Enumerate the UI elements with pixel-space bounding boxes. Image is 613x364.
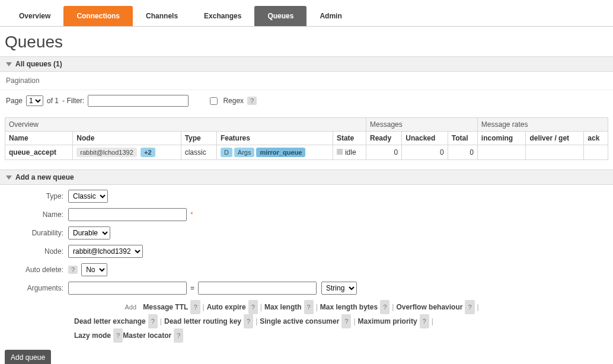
filter-input[interactable] xyxy=(88,95,189,107)
cell-type: classic xyxy=(181,145,216,160)
separator: | xyxy=(256,317,257,325)
th-group-rates: Message rates xyxy=(477,118,608,132)
th-ready[interactable]: Ready xyxy=(366,132,402,145)
help-icon[interactable]: ? xyxy=(244,314,253,328)
th-unacked[interactable]: Unacked xyxy=(402,132,448,145)
argument-value-input[interactable] xyxy=(198,282,317,295)
th-group-messages: Messages xyxy=(366,118,478,132)
tab-queues[interactable]: Queues xyxy=(254,6,306,26)
arg-shortcut-master-locator[interactable]: Master locator xyxy=(123,331,171,340)
section-add-queue[interactable]: Add a new queue xyxy=(0,170,613,185)
durability-label: Durability: xyxy=(6,229,68,237)
arg-shortcut-dead-letter-routing-key[interactable]: Dead letter routing key xyxy=(164,317,241,325)
th-name[interactable]: Name xyxy=(5,132,73,145)
arg-shortcut-dead-letter-exchange[interactable]: Dead letter exchange xyxy=(74,317,146,325)
auto-delete-label: Auto delete: xyxy=(6,266,68,274)
regex-help[interactable]: ? xyxy=(247,97,257,105)
help-icon[interactable]: ? xyxy=(304,300,314,314)
tab-overview[interactable]: Overview xyxy=(6,6,63,26)
th-state[interactable]: State xyxy=(333,132,366,145)
help-icon[interactable]: ? xyxy=(174,328,183,343)
add-hint: Add xyxy=(74,301,136,314)
th-group-overview: Overview xyxy=(5,118,366,132)
durability-select[interactable]: Durable xyxy=(68,226,110,240)
name-input[interactable] xyxy=(68,208,187,221)
auto-delete-select[interactable]: No xyxy=(81,263,107,276)
arg-shortcut-message-ttl[interactable]: Message TTL xyxy=(143,303,188,311)
node-select[interactable]: rabbit@lchod1392 xyxy=(68,245,143,258)
tab-admin[interactable]: Admin xyxy=(306,6,355,26)
argument-shortcuts: Add Message TTL?|Auto expire?|Max length… xyxy=(74,300,607,343)
filter-label: - Filter: xyxy=(62,97,84,105)
add-queue-button[interactable]: Add queue xyxy=(5,350,51,364)
cell-features: DArgsmirror_queue xyxy=(216,145,333,160)
cell-deliver-get xyxy=(526,145,584,160)
arg-shortcut-max-length-bytes[interactable]: Max length bytes xyxy=(320,303,378,311)
cell-node: rabbit@lchod1392 +2 xyxy=(73,145,181,160)
th-type[interactable]: Type xyxy=(181,132,216,145)
section-all-queues[interactable]: All queues (1) xyxy=(0,56,613,72)
regex-checkbox[interactable] xyxy=(210,97,218,105)
separator: | xyxy=(392,303,394,311)
pagination-controls: Page 1 of 1 - Filter: Regex ? xyxy=(0,90,613,115)
th-deliver-get[interactable]: deliver / get xyxy=(526,132,584,145)
th-ack[interactable]: ack xyxy=(584,132,608,145)
chevron-down-icon xyxy=(6,62,12,66)
chevron-down-icon xyxy=(6,175,12,180)
auto-delete-help[interactable]: ? xyxy=(68,266,78,274)
node-label: Node: xyxy=(6,247,68,256)
argument-type-select[interactable]: String xyxy=(321,282,357,295)
cell-unacked: 0 xyxy=(402,145,448,160)
cell-ready: 0 xyxy=(366,145,402,160)
arg-shortcut-auto-expire[interactable]: Auto expire xyxy=(207,303,246,311)
required-marker: * xyxy=(190,210,193,219)
cell-state: idle xyxy=(333,145,366,160)
help-icon[interactable]: ? xyxy=(380,300,389,314)
queues-table: Overview Messages Message rates NameNode… xyxy=(5,117,608,160)
table-row[interactable]: queue_acceptrabbit@lchod1392 +2classicDA… xyxy=(5,145,608,160)
regex-label: Regex xyxy=(223,97,244,105)
page-select[interactable]: 1 xyxy=(26,95,43,106)
page-of-total: of 1 xyxy=(47,97,59,105)
pagination-heading: Pagination xyxy=(0,72,613,90)
section-add-queue-label: Add a new queue xyxy=(15,173,74,181)
th-total[interactable]: Total xyxy=(448,132,477,145)
arg-shortcut-overflow-behaviour[interactable]: Overflow behaviour xyxy=(396,303,462,311)
cell-total: 0 xyxy=(448,145,477,160)
type-label: Type: xyxy=(6,192,68,200)
argument-key-input[interactable] xyxy=(68,282,187,295)
cell-incoming xyxy=(477,145,526,160)
arg-shortcut-single-active-consumer[interactable]: Single active consumer xyxy=(260,317,339,325)
arg-shortcut-maximum-priority[interactable]: Maximum priority xyxy=(358,317,417,325)
tab-connections[interactable]: Connections xyxy=(63,6,133,26)
help-icon[interactable]: ? xyxy=(341,314,351,328)
section-all-queues-label: All queues (1) xyxy=(15,60,62,68)
help-icon[interactable]: ? xyxy=(465,300,474,314)
arg-shortcut-lazy-mode[interactable]: Lazy mode xyxy=(74,331,111,340)
arg-shortcut-max-length[interactable]: Max length xyxy=(264,303,302,311)
th-incoming[interactable]: incoming xyxy=(477,132,526,145)
cell-ack xyxy=(584,145,608,160)
page-label: Page xyxy=(6,97,23,105)
type-select[interactable]: Classic xyxy=(68,190,108,203)
separator: | xyxy=(260,303,262,311)
add-queue-form: Type: Classic Name: * Durability: Durabl… xyxy=(0,185,613,345)
th-node[interactable]: Node xyxy=(73,132,181,145)
arguments-label: Arguments: xyxy=(6,284,68,292)
separator: | xyxy=(203,303,205,311)
help-icon[interactable]: ? xyxy=(190,300,200,314)
help-icon[interactable]: ? xyxy=(113,328,123,343)
top-nav: OverviewConnectionsChannelsExchangesQueu… xyxy=(0,0,613,27)
separator: | xyxy=(316,303,318,311)
help-icon[interactable]: ? xyxy=(148,314,158,328)
separator: | xyxy=(477,303,479,311)
separator: | xyxy=(432,317,433,325)
help-icon[interactable]: ? xyxy=(420,314,429,328)
equals-sign: = xyxy=(190,284,194,292)
tab-channels[interactable]: Channels xyxy=(133,6,191,26)
separator: | xyxy=(160,317,162,325)
tab-exchanges[interactable]: Exchanges xyxy=(191,6,254,26)
page-title: Queues xyxy=(5,33,608,52)
th-features[interactable]: Features xyxy=(216,132,333,145)
help-icon[interactable]: ? xyxy=(248,300,258,314)
